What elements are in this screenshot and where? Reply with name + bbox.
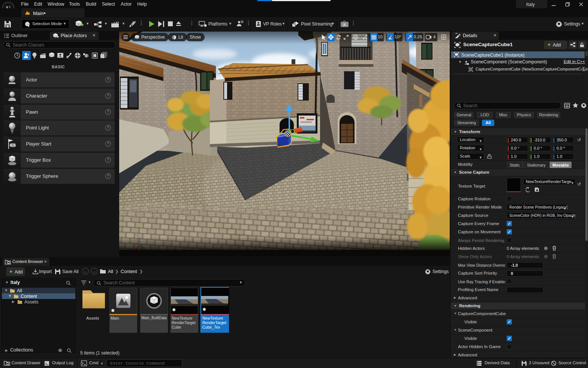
svg-text:z: z <box>137 234 139 237</box>
